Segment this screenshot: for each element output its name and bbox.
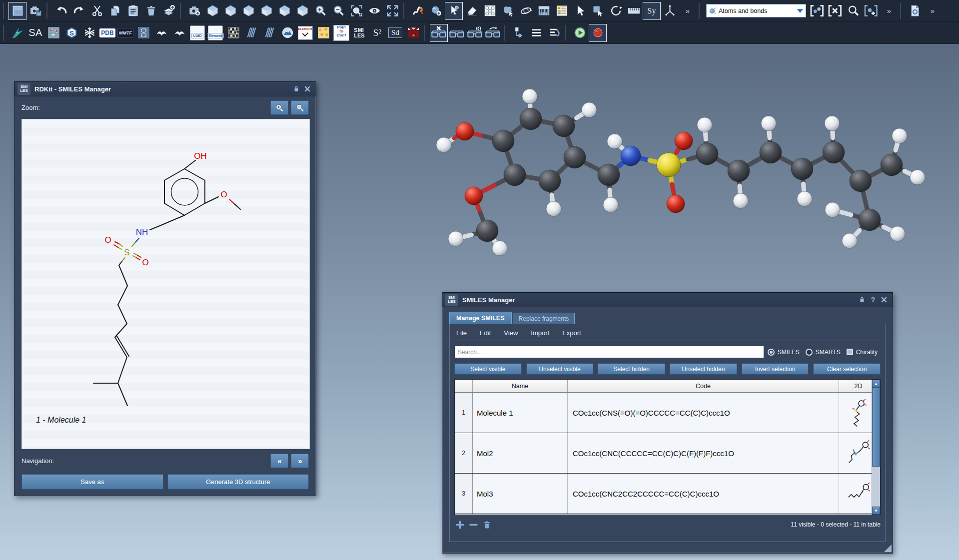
- spring-tool-1[interactable]: [242, 24, 260, 42]
- scroll-up-icon[interactable]: ▲: [872, 380, 880, 388]
- view-front[interactable]: [203, 2, 221, 20]
- clear-selection-tool[interactable]: [826, 2, 844, 20]
- molecule-2d-canvas[interactable]: OHONHSOO 1 - Molecule 1: [21, 119, 310, 449]
- element-box-tool[interactable]: ELEMENT: [296, 24, 314, 42]
- save-screenshot[interactable]: [26, 2, 44, 20]
- visualize[interactable]: [365, 2, 383, 20]
- add-sphere[interactable]: [427, 2, 445, 20]
- invert-selection-button[interactable]: Invert selection: [742, 363, 809, 375]
- select-atoms-bonds[interactable]: [808, 2, 826, 20]
- scrollbar-track[interactable]: [872, 467, 880, 507]
- column-header-code[interactable]: Code: [568, 380, 839, 392]
- tab-manage-smiles[interactable]: Manage SMILES: [449, 312, 512, 324]
- unselect-hidden-button[interactable]: Unselect hidden: [670, 363, 737, 375]
- tab-replace-fragments[interactable]: Replace fragments: [513, 313, 575, 324]
- row-smiles-code[interactable]: COc1cc(CNS(=O)(=O)CCCCC=CC(C)C)ccc1O: [568, 393, 839, 433]
- mmtf-importer[interactable]: MMTF: [116, 24, 134, 42]
- node-hierarchy[interactable]: [509, 24, 527, 42]
- path-to-conformation[interactable]: PathtoConf: [332, 24, 350, 42]
- scroll-down-icon[interactable]: ▼: [872, 507, 880, 515]
- add-layer[interactable]: [160, 2, 178, 20]
- vibrations-keyboard[interactable]: [535, 2, 553, 20]
- zoom-in-button[interactable]: [270, 100, 288, 115]
- element-document[interactable]: Element: [206, 24, 224, 42]
- row-index[interactable]: 2: [455, 433, 473, 473]
- row-smiles-code[interactable]: COc1cc(CNC(CCCCC=CC(C)C)C(F)(F)F)ccc1O: [568, 433, 839, 473]
- play-simulation[interactable]: [571, 24, 589, 42]
- spring-tool-2[interactable]: [260, 24, 278, 42]
- noise-texture-tool[interactable]: [224, 24, 242, 42]
- close-icon[interactable]: [880, 295, 889, 304]
- axes-tripod[interactable]: [661, 2, 679, 20]
- add-selection-group[interactable]: [862, 2, 880, 20]
- table-row[interactable]: 3Mol3COc1cc(CNC2CC2CCCCC=CC(C)C)ccc1O: [455, 474, 880, 514]
- eraser[interactable]: [463, 2, 481, 20]
- row-name[interactable]: Mol2: [473, 433, 568, 473]
- record[interactable]: [589, 24, 607, 42]
- copy[interactable]: [106, 2, 124, 20]
- maxflow-app[interactable]: [404, 24, 422, 42]
- add-camera[interactable]: [185, 2, 203, 20]
- pointer-editor[interactable]: [445, 2, 463, 20]
- stereo-sound[interactable]: [466, 24, 484, 42]
- list-style[interactable]: [545, 24, 563, 42]
- stereo-on[interactable]: [448, 24, 466, 42]
- paste[interactable]: [124, 2, 142, 20]
- next-molecule-button[interactable]: »: [291, 454, 309, 468]
- cut[interactable]: [88, 2, 106, 20]
- redo[interactable]: [70, 2, 88, 20]
- selection-type-dropdown[interactable]: Atoms and bonds: [706, 4, 806, 17]
- view-top[interactable]: [275, 2, 293, 20]
- stereo-sync[interactable]: [484, 24, 502, 42]
- sd-app[interactable]: Sd: [386, 24, 404, 42]
- clear-selection-button[interactable]: Clear selection: [813, 363, 881, 375]
- zoom-selection[interactable]: [347, 2, 365, 20]
- close-icon[interactable]: [303, 84, 312, 93]
- mol-mesh-tool[interactable]: [134, 24, 152, 42]
- secondary-structure[interactable]: [409, 2, 427, 20]
- add-document[interactable]: [906, 2, 924, 20]
- smiles-manager-app[interactable]: SMILES: [350, 24, 368, 42]
- view-left[interactable]: [239, 2, 257, 20]
- search-input[interactable]: [454, 346, 764, 358]
- delete-smiles-button[interactable]: [481, 519, 492, 530]
- unselect-visible-button[interactable]: Unselect visible: [526, 363, 594, 375]
- bird-tool-2[interactable]: [170, 24, 188, 42]
- periodic-table[interactable]: H: [553, 2, 571, 20]
- lock-icon[interactable]: [858, 295, 867, 304]
- add-smiles-button[interactable]: [454, 519, 465, 530]
- chirality-checkbox[interactable]: [847, 349, 853, 355]
- find[interactable]: [844, 2, 862, 20]
- menu-export[interactable]: Export: [562, 329, 581, 337]
- window-titlebar[interactable]: SMI LES SMILES Manager ?: [442, 293, 893, 307]
- smarts-radio[interactable]: [806, 349, 813, 356]
- landscape-tool[interactable]: [278, 24, 296, 42]
- menu-import[interactable]: Import: [531, 329, 549, 337]
- menu-view[interactable]: View: [504, 329, 518, 337]
- select-hidden-button[interactable]: Select hidden: [598, 363, 665, 375]
- row-index[interactable]: 1: [455, 393, 473, 433]
- s2-app[interactable]: S²: [368, 24, 386, 42]
- toolbar-overflow-1[interactable]: »: [679, 2, 697, 20]
- toolbar-overflow-3[interactable]: »: [924, 2, 942, 20]
- menu-edit[interactable]: Edit: [480, 329, 491, 337]
- resize-grip[interactable]: [884, 545, 892, 552]
- lock-icon[interactable]: [292, 84, 301, 93]
- measure-ruler[interactable]: [625, 2, 643, 20]
- rectangle-select[interactable]: [589, 2, 607, 20]
- menu-file[interactable]: File: [456, 329, 467, 337]
- table-row[interactable]: 2Mol2COc1cc(CNC(CCCCC=CC(C)C)C(F)(F)F)cc…: [455, 433, 880, 474]
- generate-3d-button[interactable]: Generate 3D structure: [167, 474, 309, 490]
- smiles-radio[interactable]: [768, 349, 775, 356]
- select-cursor[interactable]: [571, 2, 589, 20]
- view-right[interactable]: [257, 2, 275, 20]
- select-visible-button[interactable]: Select visible: [454, 363, 522, 375]
- stereo-off[interactable]: [430, 24, 448, 42]
- view-bottom[interactable]: [293, 2, 311, 20]
- s-hexagon-app[interactable]: S: [62, 24, 80, 42]
- column-header-name[interactable]: Name: [473, 380, 568, 392]
- row-name[interactable]: Molecule 1: [473, 393, 568, 433]
- save-as-button[interactable]: Save as: [21, 474, 163, 490]
- scrollbar-thumb[interactable]: [872, 388, 880, 467]
- delete[interactable]: [142, 2, 160, 20]
